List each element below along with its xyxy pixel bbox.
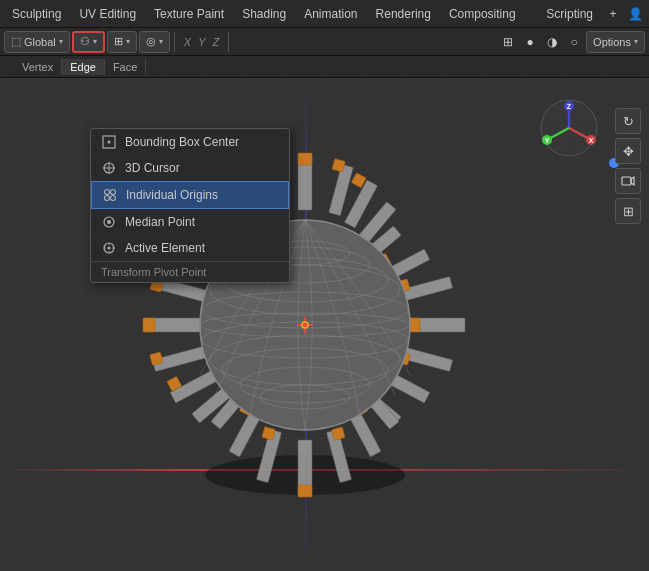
dropdown-active-element[interactable]: Active Element xyxy=(91,235,289,261)
svg-marker-76 xyxy=(631,177,634,185)
svg-point-78 xyxy=(108,141,111,144)
svg-point-82 xyxy=(105,190,110,195)
svg-point-83 xyxy=(111,190,116,195)
active-element-label: Active Element xyxy=(125,241,205,255)
bounding-box-label: Bounding Box Center xyxy=(125,135,239,149)
grid-view-btn[interactable]: ⊞ xyxy=(615,198,641,224)
z-label: Z xyxy=(209,35,222,49)
camera-view-btn[interactable] xyxy=(615,168,641,194)
snap-icon: ⊞ xyxy=(114,35,123,48)
rotate-view-btn[interactable]: ↻ xyxy=(615,108,641,134)
proportional-edit-btn[interactable]: ◎ ▾ xyxy=(139,31,170,53)
svg-rect-75 xyxy=(622,177,631,185)
x-label: X xyxy=(181,35,194,49)
menu-shading[interactable]: Shading xyxy=(234,4,294,24)
viewport-mode-caret: ▾ xyxy=(59,37,63,46)
viewport-display-icons: ⊞ ● ◑ ○ xyxy=(498,32,584,52)
menu-scripting[interactable]: Scripting xyxy=(538,4,601,24)
svg-point-89 xyxy=(108,247,111,250)
svg-point-87 xyxy=(107,220,111,224)
svg-rect-29 xyxy=(298,153,312,165)
pan-view-btn[interactable]: ✥ xyxy=(615,138,641,164)
tab-edge[interactable]: Edge xyxy=(62,59,105,75)
svg-text:Z: Z xyxy=(567,103,572,110)
proportional-caret: ▾ xyxy=(159,37,163,46)
svg-text:X: X xyxy=(589,137,594,144)
active-element-icon xyxy=(101,240,117,256)
menu-animation[interactable]: Animation xyxy=(296,4,365,24)
svg-rect-32 xyxy=(143,318,155,332)
view-render-icon[interactable]: ○ xyxy=(564,32,584,52)
add-workspace-icon[interactable]: + xyxy=(603,4,623,24)
toolbar-row: ⬚ Global ▾ ⚇ ▾ ⊞ ▾ ◎ ▾ X Y Z ⊞ ● ◑ ○ Opt… xyxy=(0,28,649,56)
cursor-label: 3D Cursor xyxy=(125,161,180,175)
viewport: Z X Y ↻ ✥ ⊞ xyxy=(0,78,649,571)
dropdown-individual-origins[interactable]: Individual Origins xyxy=(91,181,289,209)
y-label: Y xyxy=(195,35,208,49)
sep2 xyxy=(228,32,229,52)
viewport-mode-btn[interactable]: ⬚ Global ▾ xyxy=(4,31,70,53)
menu-rendering[interactable]: Rendering xyxy=(368,4,439,24)
snap-caret: ▾ xyxy=(126,37,130,46)
dropdown-median-point[interactable]: Median Point xyxy=(91,209,289,235)
cursor-icon xyxy=(101,160,117,176)
user-icon[interactable]: 👤 xyxy=(625,4,645,24)
dropdown-3d-cursor[interactable]: 3D Cursor xyxy=(91,155,289,181)
sep1 xyxy=(174,32,175,52)
menu-texture-paint[interactable]: Texture Paint xyxy=(146,4,232,24)
proportional-icon: ◎ xyxy=(146,35,156,48)
viewport-gizmo[interactable]: Z X Y xyxy=(539,98,599,158)
menu-compositing[interactable]: Compositing xyxy=(441,4,524,24)
pivot-caret: ▾ xyxy=(93,37,97,46)
median-point-label: Median Point xyxy=(125,215,195,229)
right-toolbar: ↻ ✥ ⊞ xyxy=(615,108,641,224)
individual-origins-icon xyxy=(102,187,118,203)
svg-point-85 xyxy=(111,196,116,201)
mode-tabs: Vertex Edge Face xyxy=(0,56,649,78)
view-material-icon[interactable]: ◑ xyxy=(542,32,562,52)
dropdown-bounding-box[interactable]: Bounding Box Center xyxy=(91,129,289,155)
options-label: Options xyxy=(593,36,631,48)
view-perspective-icon[interactable]: ⊞ xyxy=(498,32,518,52)
snap-btn[interactable]: ⊞ ▾ xyxy=(107,31,137,53)
menu-sculpting[interactable]: Sculpting xyxy=(4,4,69,24)
svg-rect-30 xyxy=(298,485,312,497)
dropdown-footer: Transform Pivot Point xyxy=(91,261,289,282)
viewport-mode-icon: ⬚ xyxy=(11,35,21,48)
options-btn[interactable]: Options ▾ xyxy=(586,31,645,53)
xyz-group: X Y Z xyxy=(181,35,222,49)
tab-vertex[interactable]: Vertex xyxy=(14,59,62,75)
menu-uv-editing[interactable]: UV Editing xyxy=(71,4,144,24)
pivot-icon: ⚇ xyxy=(80,35,90,48)
individual-origins-label: Individual Origins xyxy=(126,188,218,202)
pivot-point-btn[interactable]: ⚇ ▾ xyxy=(72,31,105,53)
top-menubar: Sculpting UV Editing Texture Paint Shadi… xyxy=(0,0,649,28)
options-caret: ▾ xyxy=(634,37,638,46)
svg-rect-2 xyxy=(329,164,354,215)
view-solid-icon[interactable]: ● xyxy=(520,32,540,52)
pivot-dropdown-menu: Bounding Box Center 3D Cursor xyxy=(90,128,290,283)
svg-text:Y: Y xyxy=(545,137,550,144)
viewport-mode-label: Global xyxy=(24,36,56,48)
median-point-icon xyxy=(101,214,117,230)
bounding-box-icon xyxy=(101,134,117,150)
svg-point-84 xyxy=(105,196,110,201)
tab-face[interactable]: Face xyxy=(105,59,146,75)
